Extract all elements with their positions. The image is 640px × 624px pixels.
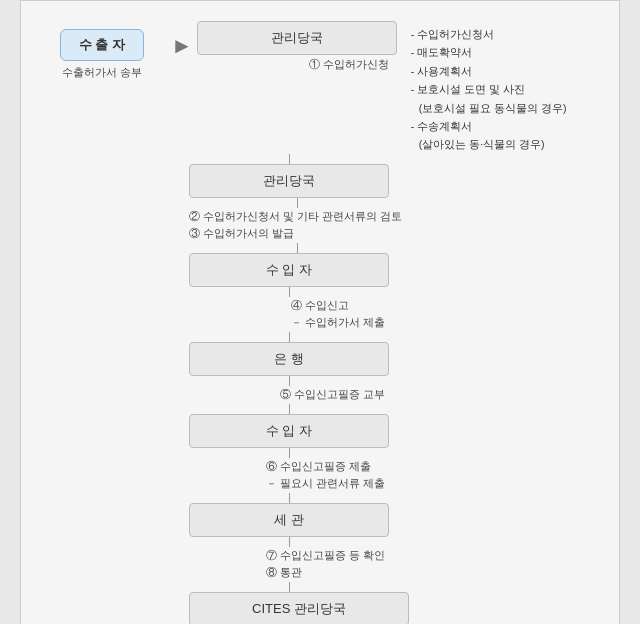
step1-note: ① 수입허가신청 [309, 57, 389, 72]
step4-note: ④ 수입신고－ 수입허가서 제출 [291, 297, 385, 332]
step5-note: ⑤ 수입신고필증 교부 [280, 386, 385, 404]
bank-box: 은 행 [189, 342, 389, 376]
customs-box: 세 관 [189, 503, 389, 537]
step7-8-note: ⑦ 수입신고필증 등 확인⑧ 통관 [266, 547, 385, 582]
exporter-box: 수 출 자 [60, 29, 144, 61]
step2-3-note: ② 수입허가신청서 및 기타 관련서류의 검토③ 수입허가서의 발급 [189, 208, 402, 243]
exporter-note: 수출허가서 송부 [62, 65, 142, 80]
mgmt2-box: 관리당국 [189, 164, 389, 198]
arrow-right-icon: ► [171, 33, 193, 59]
side-note-4: - 보호시설 도면 및 사진 [411, 80, 577, 98]
importer2-box: 수 입 자 [189, 414, 389, 448]
side-note-5: - 수송계획서 [411, 117, 577, 135]
step6-note: ⑥ 수입신고필증 제출－ 필요시 관련서류 제출 [266, 458, 385, 493]
side-note-3: - 사용계획서 [411, 62, 577, 80]
main-container: 수 출 자 수출허가서 송부 ► 관리당국 ① 수입허가신청 - 수입허가신청서… [20, 0, 620, 624]
side-note-4b: (보호시설 필요 동식물의 경우) [411, 99, 577, 117]
side-note-5b: (살아있는 동·식물의 경우) [411, 135, 577, 153]
importer1-box: 수 입 자 [189, 253, 389, 287]
mgmt1-box: 관리당국 [197, 21, 397, 55]
side-note-2: - 매도확약서 [411, 43, 577, 61]
side-note-1: - 수입허가신청서 [411, 25, 577, 43]
cites-mgmt-box: CITES 관리당국 [189, 592, 409, 624]
